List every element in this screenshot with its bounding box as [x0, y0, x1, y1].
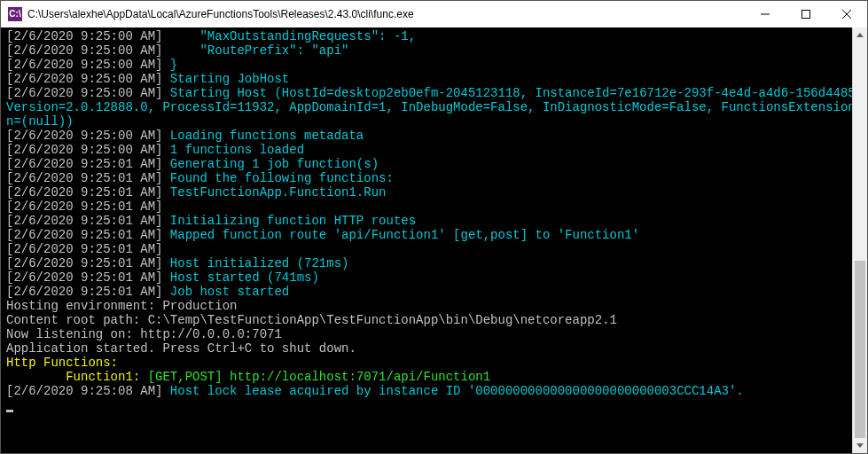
terminal-text: Host lock lease acquired by instance ID … [162, 384, 743, 398]
close-button[interactable] [826, 1, 867, 27]
terminal-line: [2/6/2020 9:25:08 AM] Host lock lease ac… [6, 384, 848, 398]
terminal-text: Found the following functions: [162, 171, 393, 185]
terminal-line: [2/6/2020 9:25:01 AM] Host initialized (… [6, 256, 848, 270]
timestamp: [2/6/2020 9:25:01 AM] [6, 214, 162, 228]
timestamp: [2/6/2020 9:25:01 AM] [6, 242, 162, 256]
terminal-line: Now listening on: http://0.0.0.0:7071 [6, 327, 848, 341]
terminal-line: n=(null)) [6, 114, 848, 129]
terminal-text: Initializing function HTTP routes [162, 214, 416, 228]
terminal-text: } [162, 58, 177, 72]
terminal-line: Function1: [GET,POST] http://localhost:7… [6, 370, 848, 384]
terminal-line: Version=2.0.12888.0, ProcessId=11932, Ap… [6, 100, 848, 114]
timestamp: [2/6/2020 9:25:01 AM] [6, 228, 162, 242]
terminal-line: [2/6/2020 9:25:01 AM] Generating 1 job f… [6, 157, 848, 171]
terminal-line: [2/6/2020 9:25:00 AM] Starting JobHost [6, 72, 848, 86]
terminal-line: [2/6/2020 9:25:01 AM] [6, 242, 848, 256]
scroll-down-button[interactable] [853, 438, 867, 453]
terminal-line: [2/6/2020 9:25:00 AM] Starting Host (Hos… [6, 86, 848, 100]
terminal-text: Loading functions metadata [162, 129, 364, 143]
terminal-text: Host initialized (721ms) [162, 256, 348, 270]
terminal-line: [2/6/2020 9:25:00 AM] "RoutePrefix": "ap… [6, 43, 848, 58]
terminal-line: [2/6/2020 9:25:01 AM] Host started (741m… [6, 270, 848, 285]
terminal-line: [2/6/2020 9:25:01 AM] Found the followin… [6, 171, 848, 185]
svg-marker-4 [856, 33, 864, 37]
app-icon: C:\ [8, 7, 22, 21]
scrollbar-thumb[interactable] [855, 261, 865, 438]
console-window: C:\ C:\Users\alexhe\AppData\Local\AzureF… [0, 0, 868, 454]
terminal-text: Starting Host (HostId=desktop2eb0efm-204… [162, 86, 852, 100]
terminal-text: [GET,POST] http://localhost:7071/api/Fun… [148, 370, 490, 384]
terminal-line: [2/6/2020 9:25:00 AM] Loading functions … [6, 129, 848, 143]
terminal-text: "RoutePrefix": "api" [162, 43, 348, 58]
terminal-text: Version=2.0.12888.0, ProcessId=11932, Ap… [6, 100, 852, 114]
timestamp: [2/6/2020 9:25:00 AM] [6, 86, 162, 100]
terminal-text: Hosting environment: Production [6, 299, 237, 313]
maximize-button[interactable] [786, 1, 826, 27]
terminal-line: Hosting environment: Production [6, 299, 848, 313]
cursor [6, 410, 13, 412]
window-title: C:\Users\alexhe\AppData\Local\AzureFunct… [27, 8, 745, 20]
svg-rect-1 [802, 11, 810, 19]
timestamp: [2/6/2020 9:25:00 AM] [6, 58, 162, 72]
terminal-text: TestFunctionApp.Function1.Run [162, 185, 386, 200]
svg-marker-5 [856, 443, 864, 448]
terminal-text: Job host started [162, 285, 289, 299]
terminal-text: Generating 1 job function(s) [162, 157, 379, 171]
timestamp: [2/6/2020 9:25:01 AM] [6, 171, 162, 185]
terminal-line: [2/6/2020 9:25:01 AM] Job host started [6, 285, 848, 299]
terminal-text: Http Functions: [6, 356, 118, 370]
terminal-line: [2/6/2020 9:25:01 AM] Mapped function ro… [6, 228, 848, 242]
scrollbar-track[interactable] [853, 43, 867, 438]
scroll-up-button[interactable] [853, 27, 867, 43]
timestamp: [2/6/2020 9:25:01 AM] [6, 157, 162, 171]
minimize-button[interactable] [745, 1, 786, 27]
terminal-area: [2/6/2020 9:25:00 AM] "MaxOutstandingReq… [1, 27, 867, 453]
terminal-text: Host started (741ms) [162, 270, 318, 285]
terminal-line: [2/6/2020 9:25:00 AM] 1 functions loaded [6, 143, 848, 157]
timestamp: [2/6/2020 9:25:01 AM] [6, 256, 162, 270]
terminal-output[interactable]: [2/6/2020 9:25:00 AM] "MaxOutstandingReq… [1, 27, 852, 453]
terminal-text: Content root path: C:\Temp\TestFunctionA… [6, 313, 617, 327]
terminal-text: Now listening on: http://0.0.0.0:7071 [6, 327, 282, 341]
timestamp: [2/6/2020 9:25:01 AM] [6, 200, 162, 214]
terminal-line: [2/6/2020 9:25:01 AM] Initializing funct… [6, 214, 848, 228]
terminal-text: Mapped function route 'api/Function1' [g… [162, 228, 639, 242]
terminal-text: Function1: [6, 370, 148, 384]
terminal-line: [2/6/2020 9:25:00 AM] } [6, 58, 848, 72]
timestamp: [2/6/2020 9:25:00 AM] [6, 72, 162, 86]
terminal-line: [2/6/2020 9:25:00 AM] "MaxOutstandingReq… [6, 29, 848, 43]
window-controls [745, 1, 867, 27]
timestamp: [2/6/2020 9:25:00 AM] [6, 129, 162, 143]
timestamp: [2/6/2020 9:25:08 AM] [6, 384, 162, 398]
timestamp: [2/6/2020 9:25:01 AM] [6, 270, 162, 285]
terminal-text: "MaxOutstandingRequests": -1, [162, 29, 416, 43]
terminal-line: Content root path: C:\Temp\TestFunctionA… [6, 313, 848, 327]
titlebar[interactable]: C:\ C:\Users\alexhe\AppData\Local\AzureF… [1, 1, 867, 27]
terminal-line: [2/6/2020 9:25:01 AM] [6, 200, 848, 214]
terminal-text: n=(null)) [6, 114, 74, 129]
vertical-scrollbar[interactable] [852, 27, 867, 453]
terminal-text: Application started. Press Ctrl+C to shu… [6, 341, 356, 356]
cursor-line [6, 398, 848, 412]
timestamp: [2/6/2020 9:25:01 AM] [6, 185, 162, 200]
terminal-line: Application started. Press Ctrl+C to shu… [6, 341, 848, 356]
terminal-line: [2/6/2020 9:25:01 AM] TestFunctionApp.Fu… [6, 185, 848, 200]
terminal-line: Http Functions: [6, 356, 848, 370]
timestamp: [2/6/2020 9:25:00 AM] [6, 43, 162, 58]
timestamp: [2/6/2020 9:25:00 AM] [6, 29, 162, 43]
terminal-text: 1 functions loaded [162, 143, 304, 157]
timestamp: [2/6/2020 9:25:00 AM] [6, 143, 162, 157]
timestamp: [2/6/2020 9:25:01 AM] [6, 285, 162, 299]
terminal-text: Starting JobHost [162, 72, 289, 86]
